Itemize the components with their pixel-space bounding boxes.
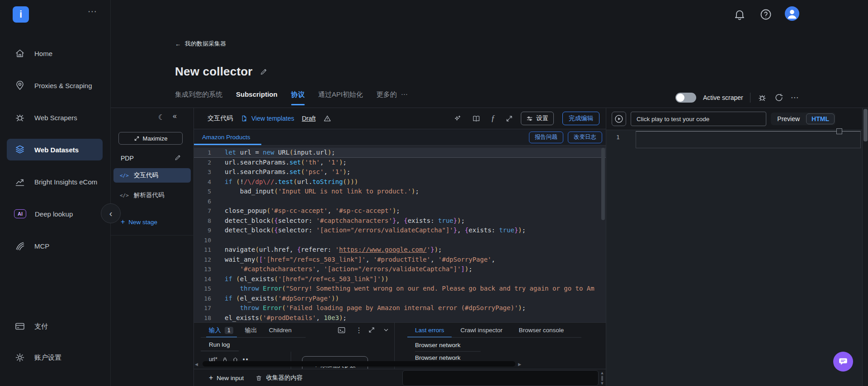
code-scrollbar[interactable] [601,148,605,220]
sidebar-item-card[interactable]: 支付 [7,315,103,337]
collapse-io-icon[interactable] [382,326,390,334]
function-icon[interactable]: ƒ [491,114,495,123]
code-line: 7close_popup('#sp-cc-accept', '#sp-cc-ac… [194,206,606,216]
scroll-left-icon[interactable]: ◀ [195,362,198,367]
error-tab[interactable]: Browser console [519,323,564,338]
errors-scrollbar[interactable]: ▲ ▼ [599,370,605,386]
notifications-bell-icon[interactable] [733,8,746,21]
help-icon[interactable] [760,8,772,21]
edit-title-icon[interactable] [259,67,268,76]
ai-icon: AI [14,209,26,218]
horizontal-scrollbar[interactable] [203,361,515,367]
kebab-menu-icon[interactable]: ⋮ [355,326,363,334]
sidebar-item-pin[interactable]: Proxies & Scraping [7,75,103,96]
test-code-input[interactable] [631,112,766,126]
history-refresh-icon[interactable] [774,93,784,103]
line-number: 1 [194,148,218,157]
collector-content-label: 收集器的内容 [266,374,302,382]
sidebar-item-ai[interactable]: AIDeep lookup [7,203,103,225]
scroll-up-icon[interactable]: ▲ [600,371,604,375]
draft-status[interactable]: Draft [302,115,316,122]
collapse-panel-icon[interactable]: « [173,112,177,120]
chat-bubble-button[interactable] [833,352,853,372]
scroll-right-icon[interactable]: ▶ [518,362,521,367]
settings-button[interactable]: 设置 [521,112,554,125]
html-output-box[interactable] [636,131,861,148]
line-number: 12 [194,255,218,265]
code-line: 14if (el_exists('[href="/ref=cs_503_link… [194,274,606,284]
line-number: 18 [194,313,218,323]
sidebar-more-icon[interactable]: ⋯ [88,6,98,17]
code-line: 1let url = new URL(input.url); [194,148,606,158]
stage-item[interactable]: </>交互代码 [113,168,191,183]
divider [111,235,194,235]
code-line: 5 bad_input('Input URL is not link to pr… [194,187,606,197]
io-tab[interactable]: Children [269,323,292,338]
page-title: New collector [175,65,253,79]
sidebar-collapse-button[interactable]: ‹ [101,203,121,223]
preview-tab-html[interactable]: HTML [806,113,835,124]
page-title-row: New collector [175,65,268,79]
resize-handle[interactable] [836,128,842,134]
debug-bug-icon[interactable] [757,93,767,103]
view-templates-link[interactable]: View templates [241,115,294,122]
sidebar-item-bug[interactable]: Web Scrapers [7,107,103,128]
stage-item[interactable]: </>解析器代码 [113,188,191,202]
new-stage-button[interactable]: + New stage [121,218,157,226]
code-editor[interactable]: 1let url = new URL(input.url);2url.searc… [194,146,606,322]
header-tab[interactable]: Subscription [236,90,278,105]
runlog-tab[interactable]: Run log [209,341,230,348]
scraper-controls: Active scraper ⋯ [675,90,799,105]
sidebar-item-mcp[interactable]: MCP [7,235,103,257]
preview-scroll-thumb[interactable] [863,109,868,141]
breadcrumb[interactable]: ← 我的数据采集器 [175,40,226,48]
io-tab[interactable]: 输出 [245,323,257,338]
user-avatar[interactable] [785,6,799,21]
sliders-icon [526,115,533,122]
template-doc-icon [241,115,248,122]
expand-io-icon[interactable] [368,326,375,334]
header-tab[interactable]: 协议 [291,90,305,105]
warning-icon [323,114,331,122]
theme-moon-icon[interactable]: ☾ [158,113,165,122]
header-tab[interactable]: 集成到您的系统 [175,90,222,105]
report-issue-button[interactable]: 报告问题 [529,132,563,143]
more-actions-icon[interactable]: ⋯ [791,93,799,103]
active-scraper-toggle[interactable] [675,93,696,103]
trash-icon [255,375,262,381]
docs-book-icon[interactable] [472,114,481,123]
scroll-down-icon[interactable]: ▼ [600,381,604,386]
finish-editing-button[interactable]: 完成编辑 [562,112,599,125]
line-number: 8 [194,216,218,226]
sidebar-item-layers[interactable]: Web Datasets [7,139,103,160]
editor-tab-amazon-products[interactable]: Amazon Products [202,129,261,145]
preview-scrollbar[interactable] [862,108,868,386]
new-input-label: New input [217,375,244,381]
fullscreen-icon[interactable] [505,115,513,122]
header-tab[interactable]: 通过API初始化 [318,90,363,105]
io-tab[interactable]: 输入1 [209,323,233,338]
preview-tab-preview[interactable]: Preview [772,113,805,124]
chart-icon [14,176,26,188]
browser-network-row[interactable]: Browser network [415,339,481,352]
changelog-button[interactable]: 改变日志 [568,132,602,143]
sidebar-item-home[interactable]: Home [7,42,103,64]
edit-stage-icon[interactable] [174,154,182,161]
brand-logo[interactable]: i [13,6,29,23]
play-button[interactable] [612,112,626,126]
scroll-thumb[interactable] [601,376,603,381]
stage-item-label: 交互代码 [134,171,158,179]
collector-content-button[interactable]: 收集器的内容 [255,374,302,382]
ai-sparkle-icon[interactable] [453,114,462,123]
app: i ⋯ HomeProxies & ScrapingWeb ScrapersWe… [0,0,868,386]
sidebar-item-chart[interactable]: Bright Insights eCom [7,171,103,193]
browser-network-list: Browser networkBrowser network [415,339,481,364]
new-input-button[interactable]: + New input [209,374,244,382]
error-tab[interactable]: Last errors [415,323,444,338]
header-tab[interactable]: 更多的⋯ [377,90,408,105]
sidebar-item-gear[interactable]: 账户设置 [7,347,103,368]
sidebar-item-label: MCP [34,242,49,250]
maximize-button[interactable]: Maximize [118,132,183,145]
terminal-icon[interactable] [337,326,346,334]
error-tab[interactable]: Crawl inspector [461,323,503,338]
